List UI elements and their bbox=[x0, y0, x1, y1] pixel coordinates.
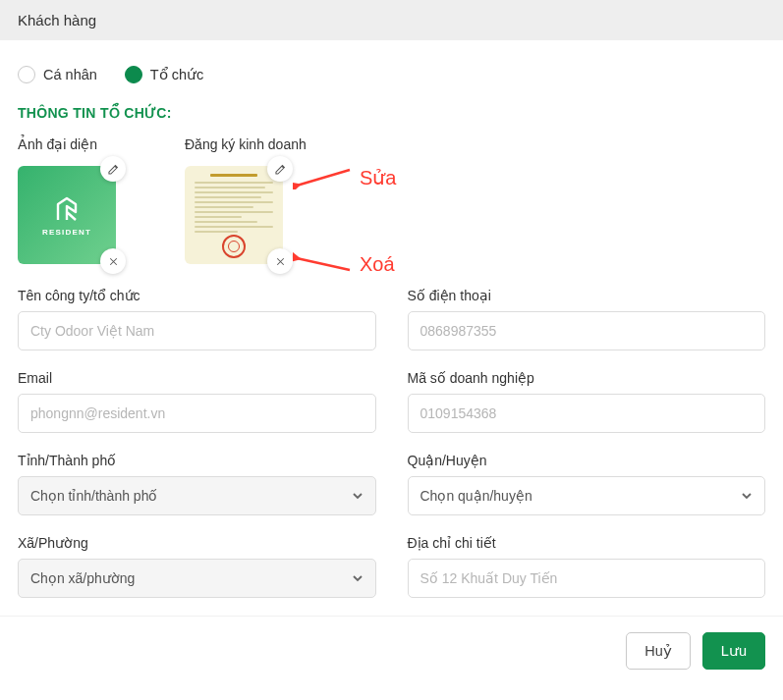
avatar-edit-button[interactable] bbox=[100, 156, 126, 182]
taxid-input[interactable] bbox=[408, 394, 766, 433]
pencil-icon bbox=[274, 163, 287, 176]
cert-label: Đăng ký kinh doanh bbox=[185, 136, 307, 152]
cert-delete-button[interactable] bbox=[267, 248, 293, 274]
radio-circle-selected-icon bbox=[125, 66, 142, 83]
radio-circle-icon bbox=[18, 66, 35, 83]
ward-select[interactable]: Chọn xã/phường bbox=[18, 559, 376, 598]
customer-type-radio-group: Cá nhân Tổ chức bbox=[18, 66, 765, 83]
modal-footer: Huỷ Lưu bbox=[0, 616, 783, 681]
phone-field: Số điện thoại bbox=[408, 288, 766, 350]
email-field: Email bbox=[18, 370, 376, 433]
close-icon bbox=[274, 255, 287, 268]
company-field: Tên công ty/tổ chức bbox=[18, 288, 376, 350]
email-input[interactable] bbox=[18, 394, 376, 433]
avatar-thumb-wrap: RESIDENT bbox=[18, 166, 116, 264]
save-button[interactable]: Lưu bbox=[702, 632, 765, 670]
image-uploads-row: Ảnh đại diện RESIDENT Đăng ký kinh doanh bbox=[18, 136, 765, 264]
modal-title: Khách hàng bbox=[18, 12, 96, 28]
save-button-label: Lưu bbox=[721, 643, 747, 659]
avatar-image: RESIDENT bbox=[18, 166, 116, 264]
email-label: Email bbox=[18, 370, 376, 386]
company-label: Tên công ty/tổ chức bbox=[18, 288, 376, 303]
svg-line-1 bbox=[297, 258, 350, 270]
close-icon bbox=[107, 255, 120, 268]
cert-edit-button[interactable] bbox=[267, 156, 293, 182]
cancel-button[interactable]: Huỷ bbox=[626, 632, 691, 670]
chevron-down-icon bbox=[352, 490, 364, 502]
ward-label: Xã/Phường bbox=[18, 535, 376, 551]
annotation-delete: Xoá bbox=[293, 252, 395, 276]
ward-field: Xã/Phường Chọn xã/phường bbox=[18, 535, 376, 598]
cert-thumb-wrap bbox=[185, 166, 283, 264]
taxid-label: Mã số doanh nghiệp bbox=[408, 370, 766, 386]
radio-organization-label: Tổ chức bbox=[150, 67, 203, 82]
svg-line-0 bbox=[297, 170, 350, 186]
taxid-field: Mã số doanh nghiệp bbox=[408, 370, 766, 433]
chevron-down-icon bbox=[741, 490, 753, 502]
annotation-delete-text: Xoá bbox=[360, 253, 395, 276]
radio-organization[interactable]: Tổ chức bbox=[125, 66, 203, 83]
province-select[interactable]: Chọn tỉnh/thành phố bbox=[18, 476, 376, 515]
address-input[interactable] bbox=[408, 559, 766, 598]
pencil-icon bbox=[107, 163, 120, 176]
form-grid: Tên công ty/tổ chức Số điện thoại Email … bbox=[18, 288, 765, 598]
avatar-logo-text: RESIDENT bbox=[42, 228, 91, 237]
address-label: Địa chỉ chi tiết bbox=[408, 535, 766, 551]
avatar-logo-icon bbox=[52, 194, 82, 224]
company-input[interactable] bbox=[18, 311, 376, 350]
ward-select-value: Chọn xã/phường bbox=[30, 570, 135, 586]
radio-personal[interactable]: Cá nhân bbox=[18, 66, 97, 83]
cert-image bbox=[185, 166, 283, 264]
province-label: Tỉnh/Thành phố bbox=[18, 453, 376, 468]
phone-label: Số điện thoại bbox=[408, 288, 766, 303]
chevron-down-icon bbox=[352, 572, 364, 584]
modal-content: Cá nhân Tổ chức THÔNG TIN TỔ CHỨC: Ảnh đ… bbox=[0, 40, 783, 616]
phone-input[interactable] bbox=[408, 311, 766, 350]
district-label: Quận/Huyện bbox=[408, 453, 766, 468]
annotation-edit: Sửa bbox=[293, 166, 396, 189]
annotation-edit-text: Sửa bbox=[360, 166, 396, 189]
cert-block: Đăng ký kinh doanh bbox=[185, 136, 307, 264]
address-field: Địa chỉ chi tiết bbox=[408, 535, 766, 598]
section-title: THÔNG TIN TỔ CHỨC: bbox=[18, 105, 765, 121]
avatar-block: Ảnh đại diện RESIDENT bbox=[18, 136, 116, 264]
province-field: Tỉnh/Thành phố Chọn tỉnh/thành phố bbox=[18, 453, 376, 515]
cancel-button-label: Huỷ bbox=[644, 643, 672, 659]
province-select-value: Chọn tỉnh/thành phố bbox=[30, 488, 157, 504]
modal-header: Khách hàng bbox=[0, 0, 783, 40]
avatar-delete-button[interactable] bbox=[100, 248, 126, 274]
avatar-label: Ảnh đại diện bbox=[18, 136, 116, 152]
radio-personal-label: Cá nhân bbox=[43, 67, 97, 82]
district-select-value: Chọn quận/huyện bbox=[420, 488, 532, 504]
district-field: Quận/Huyện Chọn quận/huyện bbox=[408, 453, 766, 515]
district-select[interactable]: Chọn quận/huyện bbox=[408, 476, 766, 515]
